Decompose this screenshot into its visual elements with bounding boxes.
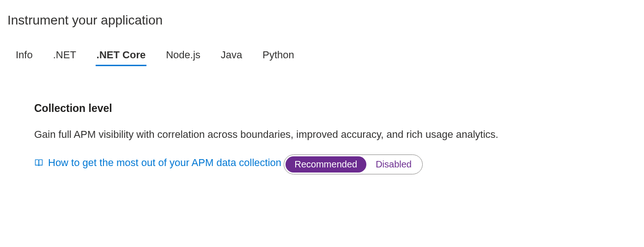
tab-dotnet-core[interactable]: .NET Core xyxy=(96,46,146,66)
section-heading: Collection level xyxy=(34,102,562,115)
help-link[interactable]: How to get the most out of your APM data… xyxy=(34,157,281,169)
tab-info[interactable]: Info xyxy=(15,46,34,66)
book-icon xyxy=(34,158,43,167)
help-link-text: How to get the most out of your APM data… xyxy=(48,157,281,169)
tabs-container: Info .NET .NET Core Node.js Java Python xyxy=(7,46,637,66)
page-title: Instrument your application xyxy=(7,13,637,28)
toggle-option-recommended[interactable]: Recommended xyxy=(286,156,367,173)
collection-level-toggle: Recommended Disabled xyxy=(284,154,423,174)
toggle-option-disabled[interactable]: Disabled xyxy=(366,156,421,173)
tab-nodejs[interactable]: Node.js xyxy=(165,46,201,66)
section-description: Gain full APM visibility with correlatio… xyxy=(34,129,562,141)
tab-dotnet[interactable]: .NET xyxy=(52,46,77,66)
collection-level-section: Collection level Gain full APM visibilit… xyxy=(7,102,562,187)
tab-java[interactable]: Java xyxy=(220,46,243,66)
tab-python[interactable]: Python xyxy=(261,46,295,66)
